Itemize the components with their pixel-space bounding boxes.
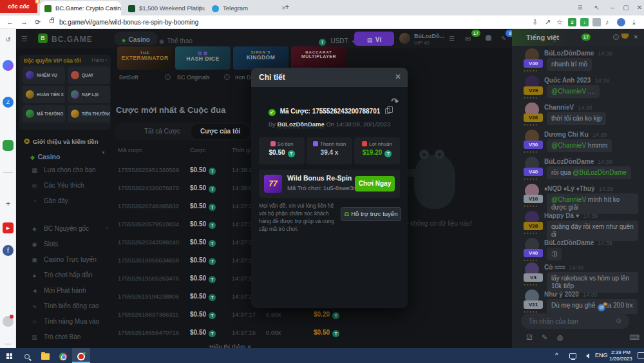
taskbar-search-icon[interactable] <box>18 348 36 363</box>
banner-sirens-kingdom[interactable]: SIREN'S KINGDOM <box>233 46 289 70</box>
lock-icon[interactable] <box>50 19 54 23</box>
player-name[interactable]: BúLozDồnDame <box>277 121 324 128</box>
gif-icon[interactable]: ◍ <box>557 333 564 342</box>
history-icon[interactable]: ↺ <box>3 34 14 45</box>
bcgame-logo-text[interactable]: BC.GAME <box>52 35 93 44</box>
share-page-icon[interactable]: ↗ <box>545 15 551 29</box>
back-to-app-icon[interactable]: ↖ <box>590 0 604 15</box>
banner-exterminator[interactable]: THE EXTERMINATOR <box>117 46 173 70</box>
tab-telegram[interactable]: Telegram × <box>207 1 289 15</box>
info-icon[interactable]: i <box>224 74 230 80</box>
extension-icon[interactable] <box>592 18 601 26</box>
username[interactable]: BúLozDồ... <box>414 33 444 39</box>
sidebar-item-new-releases[interactable]: ◄Mới Phát hành <box>30 287 86 294</box>
trophy-icon[interactable] <box>621 34 629 39</box>
tray-hidden-icons[interactable]: ^ <box>555 348 558 363</box>
tab-search-icon[interactable]: ⌸ <box>573 0 587 15</box>
action-center-icon[interactable] <box>638 352 644 358</box>
zalo-icon[interactable]: Z <box>3 97 14 108</box>
sidebar-item-recent[interactable]: ◔Gần đây <box>30 197 68 204</box>
sidebar-item-picks[interactable]: ▦Lựa chọn cho bạn <box>30 166 96 173</box>
save-page-icon[interactable]: ⇩ <box>532 15 538 29</box>
close-tab-icon[interactable]: × <box>198 1 202 15</box>
chrome-icon[interactable] <box>54 348 72 363</box>
games-icon[interactable] <box>3 140 14 151</box>
bet-row[interactable]: 175552618656470716$0.5014:37:150.00x$0.5… <box>113 324 364 342</box>
new-tab-button[interactable]: + <box>285 2 290 12</box>
support-button[interactable]: ΩHỗ trợ trực tuyến <box>341 207 401 221</box>
adblock-extension-icon[interactable]: 2 <box>568 18 576 26</box>
bcgame-logo-icon[interactable]: B <box>38 34 48 43</box>
bookmark-star-icon[interactable]: ☆ <box>556 15 563 29</box>
vip-tile-cashback[interactable]: HOÀN TIỀN X <box>23 86 65 103</box>
sidebar-item-slots[interactable]: ◉Slots <box>30 240 58 248</box>
volume-icon[interactable] <box>583 348 589 363</box>
add-shortcut-icon[interactable]: + <box>3 198 14 209</box>
sidebar-item-volatility[interactable]: ∿Tính biến động cao <box>30 302 99 309</box>
play-now-button[interactable]: Chơi Ngay <box>355 176 395 191</box>
file-explorer-icon[interactable] <box>36 348 54 363</box>
currency-selector[interactable]: USDT ▼ <box>319 34 355 46</box>
wallet-button[interactable]: ▤ Ví <box>354 32 394 46</box>
banner-hashdice[interactable]: ⚃ ⚄ HASH DICE <box>175 46 231 70</box>
sidebar-item-live-casino[interactable]: ▣Casino Trực tuyến <box>30 256 97 263</box>
facebook-icon[interactable]: f <box>3 245 14 256</box>
mail-icon[interactable]: ✉ <box>465 35 471 43</box>
tab-all-bets[interactable]: Tất cả Cược <box>135 124 189 139</box>
copy-icon[interactable] <box>385 108 390 114</box>
chevron-right-icon[interactable]: › <box>556 34 558 41</box>
vip-tile-missions[interactable]: NHIỆM VỤ <box>23 66 65 84</box>
vip-tile-reload[interactable]: NẠP LẠI <box>68 86 110 103</box>
share-icon[interactable]: ↷ <box>391 96 399 106</box>
minimize-button[interactable]: – <box>605 0 620 15</box>
sidebar-item-favorites[interactable]: ◎Các Yêu thích <box>30 182 84 189</box>
bet-row[interactable]: 175552618837366311$0.5014:37:170.60x$0.2… <box>113 306 364 324</box>
vip-more-link[interactable]: Thêm › <box>91 57 107 63</box>
restore-button[interactable]: ▢ <box>619 0 633 15</box>
coccoc-brand[interactable]: cốc cốc <box>0 0 37 13</box>
nav-casino[interactable]: ◆ Casino <box>114 32 158 45</box>
chat-pen-icon[interactable]: ✎ <box>501 35 506 42</box>
taskbar-clock[interactable]: 2:39 PM 1/20/2023 <box>605 349 636 362</box>
chat-close-icon[interactable]: × <box>634 33 638 41</box>
network-icon[interactable] <box>569 348 576 363</box>
modal-close-icon[interactable]: ✕ <box>395 72 401 81</box>
nav-sports[interactable]: ◉ Thể thao <box>159 34 193 46</box>
show-more-button[interactable]: Hiển thị thêm ∨ <box>209 343 252 348</box>
tab-my-bets[interactable]: Cược của tôi <box>191 124 249 139</box>
bet-list-icon[interactable]: ☰ <box>449 35 455 42</box>
close-window-button[interactable]: ✕ <box>632 0 644 15</box>
banner-baccarat[interactable]: BACCARAT MULTIPLAYER <box>291 46 346 70</box>
game-thumbnail[interactable]: 77 <box>264 175 282 193</box>
chat-rules-icon[interactable]: ⌨ <box>629 333 639 342</box>
bell-icon[interactable] <box>486 35 491 41</box>
user-avatar[interactable] <box>399 33 410 44</box>
media-control-icon[interactable]: ♪ <box>605 15 609 29</box>
vip-tile-spin[interactable]: QUAY <box>68 66 110 84</box>
close-tab-icon[interactable]: × <box>114 1 118 15</box>
info-icon[interactable]: i <box>165 74 171 80</box>
url-text[interactable]: bc.game/vi/game/wild-bonus-re-spin-by-bo… <box>59 15 198 29</box>
messenger-icon[interactable] <box>3 60 14 71</box>
menu-hamburger-icon[interactable]: ☰ <box>21 35 28 43</box>
provider-bc-originals[interactable]: BC Originals <box>177 74 210 81</box>
idm-extension-icon[interactable]: ↓ <box>580 18 589 26</box>
provider-betsoft[interactable]: BetSoft <box>119 74 138 81</box>
sidebar-item-hot-games[interactable]: ▲Trò chơi hấp dẫn <box>30 271 93 279</box>
sidebar-item-bc-originals[interactable]: ◈BC Nguyên gốc› <box>30 225 89 232</box>
tab-platipus[interactable]: $1,500 Weekend Platipus M.. × <box>124 1 205 15</box>
tab-bcgame[interactable]: BC.Game: Crypto Casino Gan × <box>40 1 121 15</box>
sidebar-item-buy-feature[interactable]: ☆Tính năng Mua vào <box>30 318 99 325</box>
profile-avatar-icon[interactable] <box>617 18 625 26</box>
chat-language[interactable]: Tiếng việt <box>526 34 559 41</box>
coccoc-taskbar-icon[interactable] <box>72 348 90 363</box>
reload-icon[interactable]: ⟳ <box>35 15 41 29</box>
referral-link[interactable]: ❂ Giới thiệu và kiếm tiền <box>24 135 98 146</box>
youtube-icon[interactable]: ▶ <box>3 222 14 233</box>
sidebar-item-casino[interactable]: ◆ Casino ▼ <box>30 150 60 162</box>
vip-tile-bonus-money[interactable]: TIỀN THƯỞNG <box>68 105 110 123</box>
sidebar-item-table-games[interactable]: ▥Trò chơi Bàn <box>30 333 80 340</box>
emoji-icon[interactable]: ☺ <box>615 317 622 324</box>
chat-input[interactable] <box>521 313 629 329</box>
start-button[interactable] <box>0 348 18 363</box>
